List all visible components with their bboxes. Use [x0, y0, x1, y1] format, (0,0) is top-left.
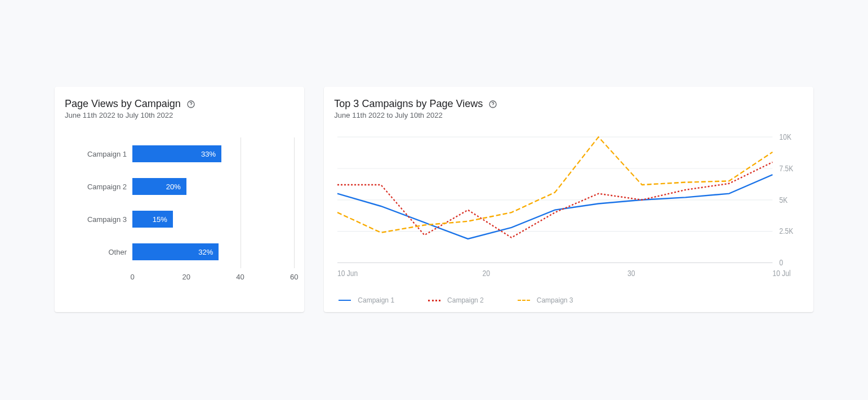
- x-axis-tick: 20: [483, 269, 490, 278]
- legend-label: Campaign 2: [447, 296, 484, 304]
- page-views-by-campaign-card: Page Views by Campaign June 11th 2022 to…: [55, 87, 304, 312]
- bar-value: 20%: [132, 178, 186, 195]
- x-axis-tick: 40: [236, 273, 244, 281]
- series-line: [337, 137, 772, 233]
- y-axis-tick: 5K: [780, 195, 788, 205]
- help-circle-icon[interactable]: [488, 100, 497, 109]
- bar-category-label: Other: [65, 248, 132, 256]
- line-chart-legend: Campaign 1 Campaign 2 Campaign 3: [334, 296, 803, 304]
- legend-swatch-icon: [339, 300, 351, 301]
- legend-item-campaign-3: Campaign 3: [518, 296, 573, 304]
- card-header: Top 3 Campaigns by Page Views: [334, 98, 803, 110]
- bar-category-label: Campaign 1: [65, 150, 132, 158]
- bar-row: Campaign 133%: [65, 137, 294, 170]
- bar-value: 32%: [132, 243, 219, 260]
- bar-chart-x-axis: 0204060: [132, 273, 294, 284]
- legend-swatch-icon: [428, 300, 440, 301]
- x-axis-tick: 30: [627, 269, 635, 278]
- help-circle-icon[interactable]: [186, 100, 195, 109]
- y-axis-tick: 2.5K: [780, 226, 794, 235]
- legend-item-campaign-1: Campaign 1: [339, 296, 394, 304]
- x-axis-tick: 20: [182, 273, 190, 281]
- bar-row: Campaign 220%: [65, 170, 294, 203]
- legend-label: Campaign 1: [358, 296, 394, 304]
- card-title: Page Views by Campaign: [65, 98, 181, 110]
- bar-value: 33%: [132, 145, 221, 162]
- y-axis-tick: 0: [780, 258, 784, 267]
- card-subtitle: June 11th 2022 to July 10th 2022: [65, 111, 294, 119]
- x-axis-tick: 10 Jul: [773, 269, 791, 278]
- x-axis-tick: 60: [290, 273, 298, 281]
- svg-point-1: [190, 105, 191, 106]
- svg-point-3: [493, 105, 493, 106]
- x-axis-tick: 10 Jun: [337, 269, 358, 278]
- legend-item-campaign-2: Campaign 2: [428, 296, 484, 304]
- y-axis-tick: 10K: [780, 133, 792, 141]
- bar-category-label: Campaign 3: [65, 215, 132, 224]
- top-campaigns-card: Top 3 Campaigns by Page Views June 11th …: [324, 87, 813, 312]
- card-title: Top 3 Campaigns by Page Views: [334, 98, 483, 110]
- bar-row: Other32%: [65, 235, 294, 268]
- bar-category-label: Campaign 2: [65, 183, 132, 191]
- bar-row: Campaign 315%: [65, 203, 294, 235]
- bar-value: 15%: [132, 211, 173, 228]
- line-chart: 02.5K5K7.5K10K10 Jun203010 Jul: [334, 133, 803, 282]
- legend-label: Campaign 3: [537, 296, 573, 304]
- legend-swatch-icon: [518, 300, 530, 301]
- x-axis-tick: 0: [130, 273, 134, 281]
- card-header: Page Views by Campaign: [65, 98, 294, 110]
- y-axis-tick: 7.5K: [780, 164, 794, 173]
- card-subtitle: June 11th 2022 to July 10th 2022: [334, 111, 803, 119]
- bar-chart: Campaign 133%Campaign 220%Campaign 315%O…: [65, 133, 294, 284]
